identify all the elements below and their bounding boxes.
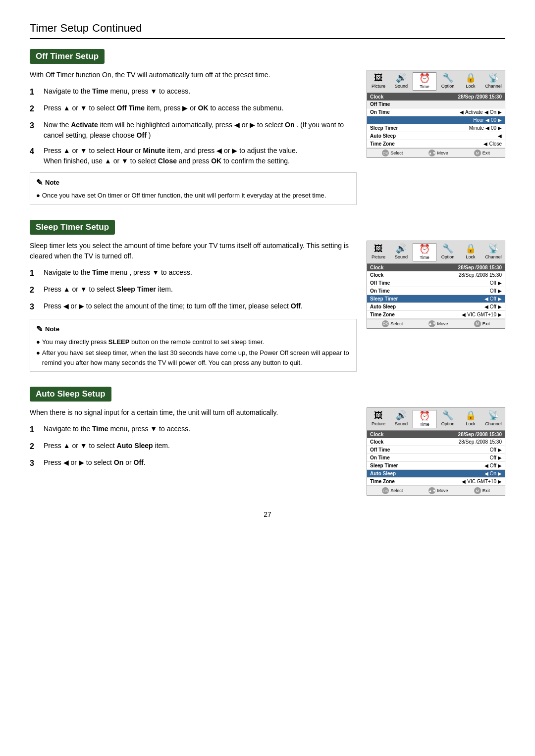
menu-icon: M [474,487,481,494]
step-number: 1 [30,86,39,98]
menu-icon-option: 🔧 Option [436,410,459,428]
step-number: 2 [30,441,39,453]
ok-icon: OK [382,150,389,156]
ok-icon: OK [382,487,389,494]
ok-icon: OK [382,320,389,327]
menu-row: Sleep Timer ◀ Off ▶ [367,462,505,470]
menu-icon-channel: 📡 Channel [482,243,505,261]
menu-icon-time: ⏰ Time [413,243,436,261]
menu-icon-bar: 🖼 Picture 🔊 Sound ⏰ Time 🔧 Option 🔒 Lock… [367,408,505,431]
step-text: Now the Activate item will be highlighte… [44,120,357,141]
menu-clock-bar: Clock 28/Sep /2008 15:30 [367,264,505,271]
move-icon: ▲▼ [428,150,435,156]
section-text-auto-sleep: When there is no signal input for a cert… [30,407,357,474]
step-number: 4 [30,146,39,166]
section-header-auto-sleep: Auto Sleep Setup [30,387,111,402]
steps-list-auto-sleep: 1 Navigate to the Time menu, press ▼ to … [30,424,357,469]
intro-text-off-timer: With Off Timer function On, the TV will … [30,70,357,80]
menu-icon-time: ⏰ Time [413,410,436,428]
menu-icon-sound: 🔊 Sound [390,410,413,428]
step-text: Press ◀ or ▶ to select On or Off. [44,457,357,469]
step-text: Press ▲ or ▼ to select Auto Sleep item. [44,441,357,453]
footer-exit: M Exit [474,487,490,494]
step-number: 3 [30,301,39,313]
menu-icon-lock: 🔒 Lock [459,410,482,428]
footer-select: OK Select [382,320,403,327]
footer-select: OK Select [382,150,403,156]
note-bullet: ●After you have set sleep timer, when th… [36,348,350,367]
tv-menu: 🖼 Picture 🔊 Sound ⏰ Time 🔧 Option 🔒 Lock… [367,70,505,158]
step-number: 2 [30,284,39,296]
step-number: 1 [30,267,39,279]
menu-footer: OK Select ▲▼ Move M Exit [367,319,505,328]
page-number: 27 [30,510,505,518]
step-item: 1 Navigate to the Time menu, press ▼ to … [30,424,357,436]
note-text: Once you have set On timer or Off timer … [42,191,326,201]
menu-icon-time: ⏰ Time [413,72,436,91]
menu-row-clock: Clock 28/Sep /2008 15:30 [367,271,505,279]
menu-icon-channel: 📡 Channel [482,72,505,91]
menu-row: Off Time Off ▶ [367,279,505,287]
steps-list-off-timer: 1 Navigate to the Time menu, press ▼ to … [30,86,357,166]
step-item: 3 Press ◀ or ▶ to select On or Off. [30,457,357,469]
note-box: ✎ Note ●Once you have set On timer or Of… [30,172,357,205]
menu-icon-sound: 🔊 Sound [390,243,413,261]
move-icon: ▲▼ [428,320,435,327]
step-item: 3 Now the Activate item will be highligh… [30,120,357,141]
tv-menu: 🖼 Picture 🔊 Sound ⏰ Time 🔧 Option 🔒 Lock… [367,407,505,496]
menu-footer: OK Select ▲▼ Move M Exit [367,486,505,495]
step-item: 1 Navigate to the Time menu, press ▼ to … [30,86,357,98]
step-item: 1 Navigate to the Time menu , press ▼ to… [30,267,357,279]
menu-row: On Time ◀ Activate ◀ On ▶ [367,108,505,116]
menu-icon-bar: 🖼 Picture 🔊 Sound ⏰ Time 🔧 Option 🔒 Lock… [367,70,505,93]
footer-exit: M Exit [474,320,490,327]
note-label: Note [45,324,59,334]
step-text: Navigate to the Time menu, press ▼ to ac… [44,86,357,98]
step-text: Navigate to the Time menu , press ▼ to a… [44,267,357,279]
menu-icon-sound: 🔊 Sound [390,72,413,91]
menu-footer: OK Select ▲▼ Move M Exit [367,148,505,157]
section-content-off-timer: With Off Timer function On, the TV will … [30,70,505,205]
footer-move: ▲▼ Move [428,487,448,494]
menu-row: Time Zone ◀ VIC GMT+10 ▶ [367,478,505,486]
step-text: Press ◀ or ▶ to select the amount of the… [44,301,357,313]
page-header: Timer Setup Continued [30,20,505,39]
step-number: 3 [30,457,39,469]
menu-row: Off Time Off ▶ [367,446,505,454]
menu-row: On Time Off ▶ [367,454,505,462]
menu-icon-picture: 🖼 Picture [367,243,390,261]
step-item: 4 Press ▲ or ▼ to select Hour or Minute … [30,146,357,166]
step-text: Navigate to the Time menu, press ▼ to ac… [44,424,357,436]
menu-icon-bar: 🖼 Picture 🔊 Sound ⏰ Time 🔧 Option 🔒 Lock… [367,241,505,264]
menu-icon-picture: 🖼 Picture [367,72,390,91]
menu-icon-lock: 🔒 Lock [459,72,482,91]
section-content-auto-sleep: When there is no signal input for a cert… [30,407,505,496]
menu-row: Time Zone ◀Close [367,140,505,148]
step-item: 2 Press ▲ or ▼ to select Off Time item, … [30,103,357,115]
note-title: ✎ Note [36,323,350,335]
section-header-off-timer: Off Timer Setup [30,49,105,64]
footer-select: OK Select [382,487,403,494]
menu-row-highlight: Hour ◀ 00 ▶ [367,116,505,124]
note-bullet: ●Once you have set On timer or Off timer… [36,191,350,201]
footer-exit: M Exit [474,150,490,156]
section-off-timer: Off Timer Setup With Off Timer function … [30,49,505,205]
steps-list-sleep-timer: 1 Navigate to the Time menu , press ▼ to… [30,267,357,313]
menu-icon-option: 🔧 Option [436,72,459,91]
section-text-sleep-timer: Sleep timer lets you select the amount o… [30,241,357,372]
menu-row: On Time Off ▶ [367,287,505,295]
section-auto-sleep: Auto Sleep Setup When there is no signal… [30,387,505,496]
note-text: After you have set sleep timer, when the… [42,348,350,367]
tv-menu: 🖼 Picture 🔊 Sound ⏰ Time 🔧 Option 🔒 Lock… [367,241,505,329]
section-header-sleep-timer: Sleep Timer Setup [30,220,115,235]
section-content-sleep-timer: Sleep timer lets you select the amount o… [30,241,505,372]
note-label: Note [45,178,59,188]
note-text: You may directly press SLEEP button on t… [42,337,264,347]
menu-row: Auto Sleep ◀ Off ▶ [367,303,505,311]
step-item: 2 Press ▲ or ▼ to select Sleep Timer ite… [30,284,357,296]
note-box: ✎ Note ●You may directly press SLEEP but… [30,319,357,372]
menu-row: Sleep Timer ◀ Off ▶ [367,295,505,303]
footer-move: ▲▼ Move [428,150,448,156]
footer-move: ▲▼ Move [428,320,448,327]
note-icon: ✎ [36,323,43,335]
